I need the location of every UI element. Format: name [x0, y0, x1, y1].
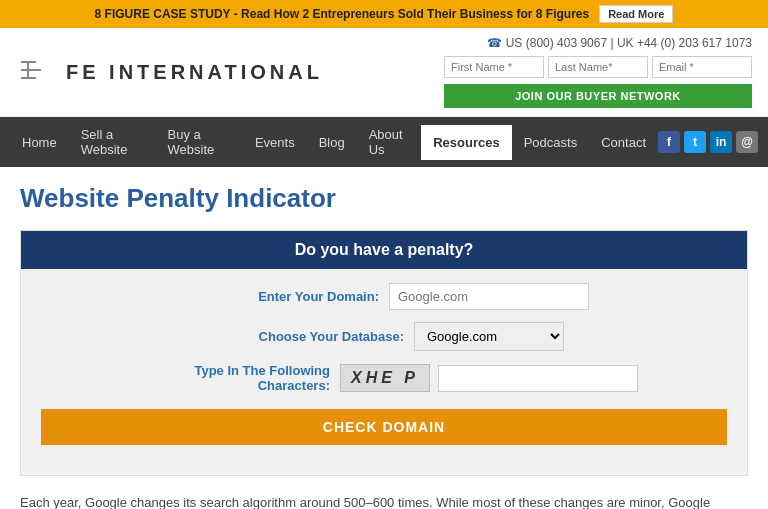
checker-form: Enter Your Domain: Choose Your Database:… [21, 269, 747, 459]
header-right: ☎ US (800) 403 9067 | UK +44 (0) 203 617… [444, 36, 752, 108]
top-banner: 8 FIGURE CASE STUDY - Read How 2 Entrepr… [0, 0, 768, 28]
captcha-image: XHE P [340, 364, 430, 392]
nav-home[interactable]: Home [10, 125, 69, 160]
linkedin-icon[interactable]: in [710, 131, 732, 153]
database-label: Choose Your Database: [204, 329, 404, 344]
captcha-label: Type In The Following Characters: [130, 363, 330, 393]
email-icon[interactable]: @ [736, 131, 758, 153]
database-select[interactable]: Google.com Google.co.uk Google.ca [414, 322, 564, 351]
page-title: Website Penalty Indicator [20, 183, 748, 214]
nav-sell[interactable]: Sell a Website [69, 117, 156, 167]
database-row: Choose Your Database: Google.com Google.… [41, 322, 727, 351]
read-more-button[interactable]: Read More [599, 5, 673, 23]
captcha-row: Type In The Following Characters: XHE P [41, 363, 727, 393]
signup-fields [444, 56, 752, 78]
body-paragraph-1: Each year, Google changes its search alg… [20, 492, 748, 509]
captcha-area: XHE P [340, 364, 638, 392]
checker-header: Do you have a penalty? [21, 231, 747, 269]
body-text: Each year, Google changes its search alg… [20, 492, 748, 509]
nav-contact[interactable]: Contact [589, 125, 658, 160]
main-nav: Home Sell a Website Buy a Website Events… [0, 117, 768, 167]
penalty-checker: Do you have a penalty? Enter Your Domain… [20, 230, 748, 476]
logo-icon [16, 52, 56, 92]
first-name-field[interactable] [444, 56, 544, 78]
nav-resources[interactable]: Resources [421, 125, 511, 160]
phone-text: US (800) 403 9067 | UK +44 (0) 203 617 1… [506, 36, 752, 50]
domain-row: Enter Your Domain: [41, 283, 727, 310]
nav-about[interactable]: About Us [357, 117, 422, 167]
nav-blog[interactable]: Blog [307, 125, 357, 160]
last-name-field[interactable] [548, 56, 648, 78]
domain-label: Enter Your Domain: [179, 289, 379, 304]
logo-area: FE INTERNATIONAL [16, 52, 323, 92]
main-content: Website Penalty Indicator Do you have a … [0, 167, 768, 509]
email-field[interactable] [652, 56, 752, 78]
phone-icon: ☎ [487, 36, 505, 50]
check-domain-button[interactable]: CHECK DOMAIN [41, 409, 727, 445]
nav-events[interactable]: Events [243, 125, 307, 160]
nav-podcasts[interactable]: Podcasts [512, 125, 589, 160]
logo-text: FE INTERNATIONAL [66, 61, 323, 84]
phone-line: ☎ US (800) 403 9067 | UK +44 (0) 203 617… [487, 36, 752, 50]
twitter-icon[interactable]: t [684, 131, 706, 153]
nav-buy[interactable]: Buy a Website [156, 117, 243, 167]
captcha-input[interactable] [438, 365, 638, 392]
site-header: FE INTERNATIONAL ☎ US (800) 403 9067 | U… [0, 28, 768, 117]
banner-text: 8 FIGURE CASE STUDY - Read How 2 Entrepr… [95, 7, 590, 21]
social-icons: f t in @ [658, 131, 758, 153]
facebook-icon[interactable]: f [658, 131, 680, 153]
domain-input[interactable] [389, 283, 589, 310]
join-button[interactable]: JOIN OUR BUYER NETWORK [444, 84, 752, 108]
